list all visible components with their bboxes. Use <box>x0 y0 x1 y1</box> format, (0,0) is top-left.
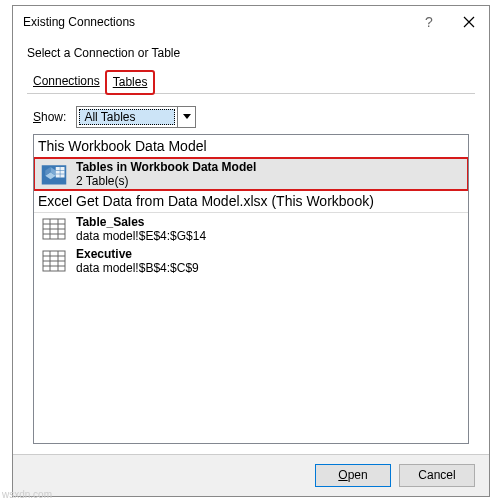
list-item-text: Executive data model!$B$4:$C$9 <box>76 247 199 275</box>
dialog-title: Existing Connections <box>23 15 409 29</box>
dropdown-arrow-icon <box>177 107 195 127</box>
group-header-data-model: This Workbook Data Model <box>34 135 468 158</box>
dialog-content: Select a Connection or Table Connections… <box>13 38 489 444</box>
table-icon <box>40 215 68 243</box>
tab-connections[interactable]: Connections <box>27 71 106 94</box>
tab-bar: Connections Tables <box>27 70 475 94</box>
instruction-text: Select a Connection or Table <box>27 46 475 60</box>
list-item-title: Executive <box>76 247 199 261</box>
list-item-title: Table_Sales <box>76 215 206 229</box>
tab-tables[interactable]: Tables <box>106 71 155 94</box>
list-item-text: Tables in Workbook Data Model 2 Table(s) <box>76 160 256 188</box>
dialog-footer: Open Cancel <box>13 454 489 496</box>
table-icon <box>40 247 68 275</box>
open-button[interactable]: Open <box>315 464 391 487</box>
existing-connections-dialog: Existing Connections ? Select a Connecti… <box>12 5 490 497</box>
connections-listbox[interactable]: This Workbook Data Model Table <box>33 134 469 444</box>
list-item-text: Table_Sales data model!$E$4:$G$14 <box>76 215 206 243</box>
tab-tables-label: Tables <box>113 75 148 89</box>
group-header-workbook: Excel Get Data from Data Model.xlsx (Thi… <box>34 190 468 213</box>
close-button[interactable] <box>449 7 489 37</box>
watermark: wsxdn.com <box>2 489 52 500</box>
list-item-subtitle: 2 Table(s) <box>76 174 256 188</box>
show-selected-value: All Tables <box>79 109 175 125</box>
list-item-title: Tables in Workbook Data Model <box>76 160 256 174</box>
show-row: Show: All Tables <box>27 102 475 134</box>
list-item-tables-in-model[interactable]: Tables in Workbook Data Model 2 Table(s) <box>34 158 468 190</box>
list-item-executive[interactable]: Executive data model!$B$4:$C$9 <box>34 245 468 277</box>
show-label: Show: <box>33 110 66 124</box>
list-item-subtitle: data model!$E$4:$G$14 <box>76 229 206 243</box>
help-button[interactable]: ? <box>409 7 449 37</box>
cancel-button[interactable]: Cancel <box>399 464 475 487</box>
cube-icon <box>40 160 68 188</box>
show-select[interactable]: All Tables <box>76 106 196 128</box>
list-item-subtitle: data model!$B$4:$C$9 <box>76 261 199 275</box>
list-item-table-sales[interactable]: Table_Sales data model!$E$4:$G$14 <box>34 213 468 245</box>
titlebar: Existing Connections ? <box>13 6 489 38</box>
tab-connections-label: Connections <box>33 74 100 88</box>
close-icon <box>463 16 475 28</box>
